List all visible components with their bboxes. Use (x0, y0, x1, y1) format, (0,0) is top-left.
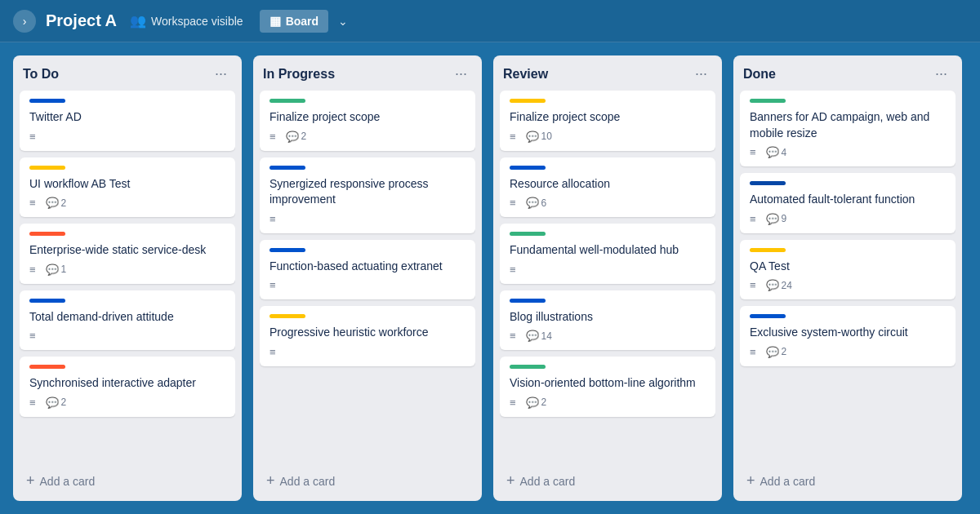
list-icon: ≡ (750, 279, 756, 291)
card-title: Total demand-driven attitude (29, 309, 225, 326)
list-icon: ≡ (29, 197, 36, 209)
card-title: Banners for AD campaign, web and mobile … (750, 109, 946, 141)
card-tag (510, 232, 546, 236)
card[interactable]: Twitter AD≡ (20, 91, 235, 151)
card-title: Vision-oriented bottom-line algorithm (510, 375, 706, 392)
list-icon: ≡ (29, 131, 36, 143)
card[interactable]: Vision-oriented bottom-line algorithm≡💬 … (500, 357, 715, 417)
card-tag (750, 181, 786, 185)
list-icon: ≡ (750, 146, 756, 158)
card[interactable]: QA Test≡💬 24 (740, 240, 956, 300)
list-icon: ≡ (750, 213, 756, 225)
list-icon: ≡ (510, 397, 516, 409)
plus-icon: + (746, 472, 755, 490)
card-title: Finalize project scope (510, 109, 706, 126)
comment-icon: 💬 2 (46, 397, 67, 409)
column-menu-inprogress[interactable]: ··· (450, 64, 472, 84)
card-title: Fundamental well-modulated hub (510, 242, 706, 259)
card[interactable]: Synchronised interactive adapter≡💬 2 (20, 357, 235, 417)
card-title: Automated fault-tolerant function (750, 192, 946, 208)
add-card-label: Add a card (280, 475, 336, 488)
card-tag (29, 166, 65, 170)
column-title-review: Review (503, 67, 548, 82)
card-meta: ≡💬 2 (29, 197, 225, 209)
add-card-inprogress[interactable]: +Add a card (260, 467, 475, 494)
app-header: › Project A 👥 Workspace visible ▦ Board … (0, 0, 980, 42)
card[interactable]: Resource allocation≡💬 6 (500, 157, 715, 218)
card-meta: ≡💬 1 (29, 264, 225, 276)
card-meta: ≡ (29, 330, 225, 342)
card-title: Synchronised interactive adapter (29, 375, 225, 392)
plus-icon: + (506, 472, 515, 490)
card-title: Function-based actuating extranet (270, 259, 466, 275)
card[interactable]: Total demand-driven attitude≡ (20, 290, 235, 351)
column-title-todo: To Do (23, 67, 59, 82)
card-meta: ≡ (510, 264, 706, 276)
list-icon: ≡ (510, 197, 516, 209)
card-meta: ≡💬 9 (750, 213, 946, 225)
card-meta: ≡ (270, 213, 466, 225)
comment-icon: 💬 24 (766, 279, 792, 291)
card-meta: ≡ (270, 279, 466, 291)
workspace-label: Workspace visible (151, 15, 243, 28)
card-title: QA Test (750, 259, 946, 275)
card[interactable]: Banners for AD campaign, web and mobile … (740, 91, 956, 166)
column-menu-review[interactable]: ··· (690, 64, 712, 84)
card[interactable]: Exclusive system-worthy circuit≡💬 2 (740, 306, 956, 366)
card[interactable]: UI workflow AB Test≡💬 2 (20, 157, 235, 218)
card-title: Synergized responsive process improvemen… (270, 176, 466, 208)
chevron-down-icon[interactable]: ⌄ (338, 15, 348, 28)
card[interactable]: Finalize project scope≡💬 2 (260, 91, 475, 151)
comment-icon: 💬 4 (766, 146, 787, 158)
column-header-inprogress: In Progress··· (260, 64, 475, 91)
card[interactable]: Function-based actuating extranet≡ (260, 240, 475, 300)
list-icon: ≡ (29, 397, 36, 409)
card-title: Finalize project scope (270, 109, 466, 126)
list-icon: ≡ (29, 330, 36, 342)
project-title: Project A (46, 11, 117, 30)
column-header-done: Done··· (740, 64, 956, 91)
card-tag (29, 299, 65, 303)
card-tag (29, 365, 65, 369)
card[interactable]: Enterprise-wide static service-desk≡💬 1 (20, 224, 235, 284)
card-meta: ≡💬 4 (750, 146, 946, 158)
card-meta: ≡💬 24 (750, 279, 946, 291)
cards-todo: Twitter AD≡UI workflow AB Test≡💬 2Enterp… (20, 91, 235, 463)
list-icon: ≡ (750, 346, 756, 358)
add-card-label: Add a card (40, 475, 96, 488)
add-card-todo[interactable]: +Add a card (20, 467, 235, 494)
board-area: To Do···Twitter AD≡UI workflow AB Test≡💬… (0, 42, 980, 514)
card-tag (270, 166, 305, 170)
comment-icon: 💬 2 (766, 346, 787, 358)
column-menu-todo[interactable]: ··· (210, 64, 232, 84)
card-meta: ≡💬 2 (270, 131, 466, 143)
card[interactable]: Automated fault-tolerant function≡💬 9 (740, 173, 956, 233)
card-tag (270, 99, 305, 103)
cards-inprogress: Finalize project scope≡💬 2Synergized res… (260, 91, 475, 463)
board-view-button[interactable]: ▦ Board (260, 10, 328, 33)
comment-icon: 💬 14 (526, 330, 552, 342)
list-icon: ≡ (270, 279, 276, 291)
list-icon: ≡ (510, 264, 516, 276)
card-title: Twitter AD (29, 109, 225, 126)
comment-icon: 💬 1 (46, 264, 67, 276)
card[interactable]: Progressive heuristic workforce≡ (260, 306, 475, 366)
card-tag (270, 248, 305, 252)
list-icon: ≡ (270, 346, 276, 358)
list-icon: ≡ (29, 264, 36, 276)
plus-icon: + (26, 472, 35, 490)
card[interactable]: Blog illustrations≡💬 14 (500, 290, 715, 351)
add-card-review[interactable]: +Add a card (500, 467, 715, 494)
add-card-done[interactable]: +Add a card (740, 467, 956, 494)
card[interactable]: Finalize project scope≡💬 10 (500, 91, 715, 151)
card-tag (29, 99, 65, 103)
card-title: UI workflow AB Test (29, 176, 225, 193)
card-meta: ≡ (29, 131, 225, 143)
column-menu-done[interactable]: ··· (930, 64, 952, 84)
card[interactable]: Synergized responsive process improvemen… (260, 157, 475, 233)
plus-icon: + (266, 472, 275, 490)
card-tag (750, 99, 786, 103)
card[interactable]: Fundamental well-modulated hub≡ (500, 224, 715, 284)
card-tag (29, 232, 65, 236)
sidebar-toggle[interactable]: › (13, 10, 36, 33)
